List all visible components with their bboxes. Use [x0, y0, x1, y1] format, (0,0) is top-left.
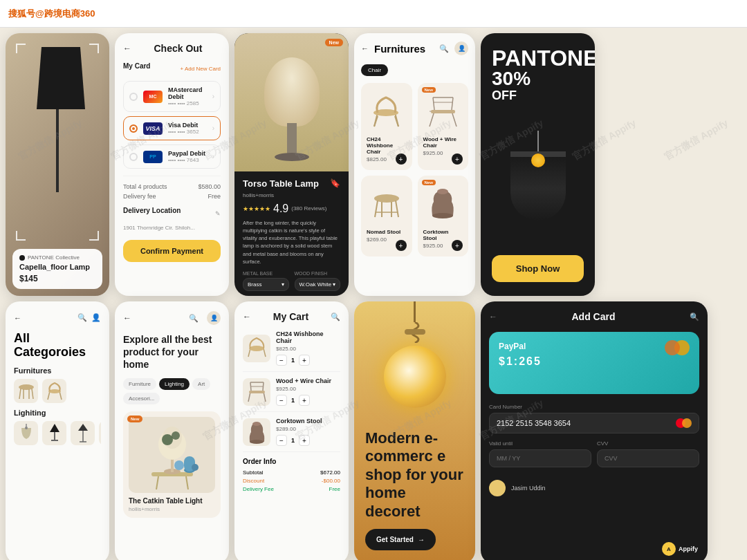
chip-left [665, 340, 680, 355]
cat-item-sconce[interactable] [99, 421, 101, 445]
add-card-search-icon[interactable]: 🔍 [690, 312, 699, 321]
categories-back-button[interactable]: ← [14, 314, 21, 322]
get-started-label: Get Started [376, 536, 414, 543]
cart-wire-svg [245, 380, 269, 404]
valid-until-input[interactable] [489, 449, 591, 467]
svg-line-37 [156, 476, 158, 489]
edit-address-button[interactable]: ✎ [215, 210, 221, 217]
cart-back-button[interactable]: ← [243, 312, 251, 321]
credit-card-display-number: $1:265 [499, 355, 690, 368]
paypal-radio[interactable] [129, 153, 138, 161]
payment-mastercard[interactable]: MC MAstercard Debit •••• •••• 2585 › [123, 81, 221, 112]
cards-grid: PANTONE Collective Capella_floor Lamp $1… [6, 33, 741, 554]
featured-product-card: New [123, 411, 221, 518]
header: 搜狐号@跨境电商360 [0, 0, 747, 28]
cat-item-chair[interactable] [42, 379, 66, 403]
stool-svg [16, 380, 37, 401]
visa-icon: VISA [143, 122, 163, 135]
cardholder-row: Jasim Uddin [489, 480, 699, 496]
cart-item-3-qty: − 1 + [276, 435, 340, 446]
confirm-payment-button[interactable]: Confirm Payment [123, 240, 221, 262]
cat-item-table-lamp[interactable] [42, 421, 66, 445]
tab-accessories[interactable]: Accesori... [123, 393, 160, 404]
card-my-cart: ← My Cart 🔍 CH24 Wishbone Chair $825.00 [234, 301, 349, 560]
qty-increase-1[interactable]: + [299, 355, 310, 366]
checkout-back-button[interactable]: ← [123, 44, 131, 53]
add-card-title: Add Card [497, 311, 690, 322]
wire-chair-name: Wood + Wire Chair [423, 136, 463, 149]
categories-search-icon[interactable]: 🔍 [77, 313, 87, 322]
svg-point-51 [249, 346, 264, 351]
card-number-display-row: 2152 2515 3548 3654 [489, 413, 699, 433]
add-new-card-button[interactable]: + Add New Card [181, 66, 221, 72]
svg-line-14 [375, 200, 378, 217]
categories-profile-icon[interactable]: 👤 [91, 313, 101, 322]
payment-visa[interactable]: VISA Visa Debit •••• •••• 3652 › [123, 116, 221, 140]
add-card-back-button[interactable]: ← [489, 312, 497, 321]
card-torso-lamp: New Torso Table Lamp 🔖 hollis+morris ★★★… [234, 33, 349, 296]
tab-art[interactable]: Art [192, 378, 210, 390]
qty-decrease-3[interactable]: − [276, 435, 287, 446]
tab-lighting[interactable]: Lighting [159, 378, 190, 390]
cart-item-2-info: Wood + Wire Chair $925.00 − 1 + [276, 377, 340, 406]
get-started-button[interactable]: Get Started → [365, 529, 436, 550]
cart-item-1-name: CH24 Wishbone Chair [276, 330, 340, 344]
pantone-off-text: OFF [492, 88, 584, 103]
tab-furniture[interactable]: Furniture [123, 378, 156, 390]
lighting-section-title: Lighiting [14, 409, 101, 417]
wishbone-chair-img [367, 88, 407, 133]
delivery-label: Delivery Fee [243, 486, 274, 492]
mastercard-radio[interactable] [129, 93, 138, 101]
cat-item-stool[interactable] [14, 379, 38, 403]
wood-finish-select[interactable]: W.Oak White ▾ [295, 278, 341, 291]
nomad-add-button[interactable]: + [396, 240, 407, 251]
lamp-info-card: PANTONE Collective Capella_floor Lamp $1… [12, 249, 102, 289]
bookmark-button[interactable]: 🔖 [330, 178, 340, 188]
furnitures-back-button[interactable]: ← [361, 44, 369, 53]
cart-item-3: Corktown Stool $289.00 − 1 + [243, 418, 340, 452]
floor-lamp-icon [71, 421, 95, 445]
shop-now-button[interactable]: Shop Now [492, 255, 584, 282]
svg-point-47 [174, 460, 184, 470]
card-explore-products: ← 🔍 👤 Explore all the best product for y… [115, 301, 229, 560]
catkin-name: The Catkin Table Light [129, 497, 215, 505]
qty-increase-3[interactable]: + [299, 435, 310, 446]
paypal-chevron: › [212, 153, 214, 160]
explore-search-icon[interactable]: 🔍 [189, 314, 199, 323]
payment-paypal[interactable]: PP Paypal Debit •••• •••• 7643 › [123, 144, 221, 169]
order-info-section: Order Info Subtotal $672.00 Discount -$0… [243, 458, 340, 492]
card-furnitures: ← Furnitures 🔍 👤 Chair [354, 33, 475, 296]
wishbone-chair-svg [367, 92, 405, 130]
explore-profile-icon[interactable]: 👤 [207, 311, 221, 325]
card-number-label: Card Number [489, 404, 699, 410]
qty-decrease-2[interactable]: − [276, 395, 287, 406]
metal-base-value: Brass [248, 281, 261, 288]
pendant-lamp-visual [510, 131, 566, 227]
svg-line-22 [19, 389, 21, 399]
visa-number: •••• •••• 3652 [168, 129, 207, 135]
profile-icon[interactable]: 👤 [454, 41, 468, 55]
metal-base-select[interactable]: Brass ▾ [243, 278, 289, 291]
svg-line-23 [32, 389, 33, 399]
cat-item-floor-lamp[interactable] [71, 421, 95, 445]
wishbone-add-button[interactable]: + [396, 153, 407, 165]
corktown-add-button[interactable]: + [452, 240, 463, 251]
pendant-wire [537, 131, 539, 151]
subtotal-value: $672.00 [320, 469, 340, 476]
filter-chair[interactable]: Chair [361, 64, 388, 76]
cart-search-icon[interactable]: 🔍 [331, 312, 340, 321]
qty-decrease-1[interactable]: − [276, 355, 287, 366]
svg-point-43 [162, 434, 173, 445]
cat-item-pendant[interactable] [14, 421, 38, 445]
cvv-input[interactable] [597, 449, 699, 467]
explore-back-button[interactable]: ← [123, 313, 131, 323]
visa-radio[interactable] [129, 124, 138, 133]
qty-increase-2[interactable]: + [299, 395, 310, 406]
corner-bl [16, 231, 26, 241]
appify-icon: A [662, 542, 676, 556]
furnitures-search-icon[interactable]: 🔍 [439, 44, 449, 53]
svg-line-53 [264, 392, 266, 402]
torso-lamp-title: Torso Table Lamp [243, 178, 319, 189]
wire-chair-add-button[interactable]: + [452, 153, 463, 165]
appify-logo: A Appify [662, 542, 698, 556]
